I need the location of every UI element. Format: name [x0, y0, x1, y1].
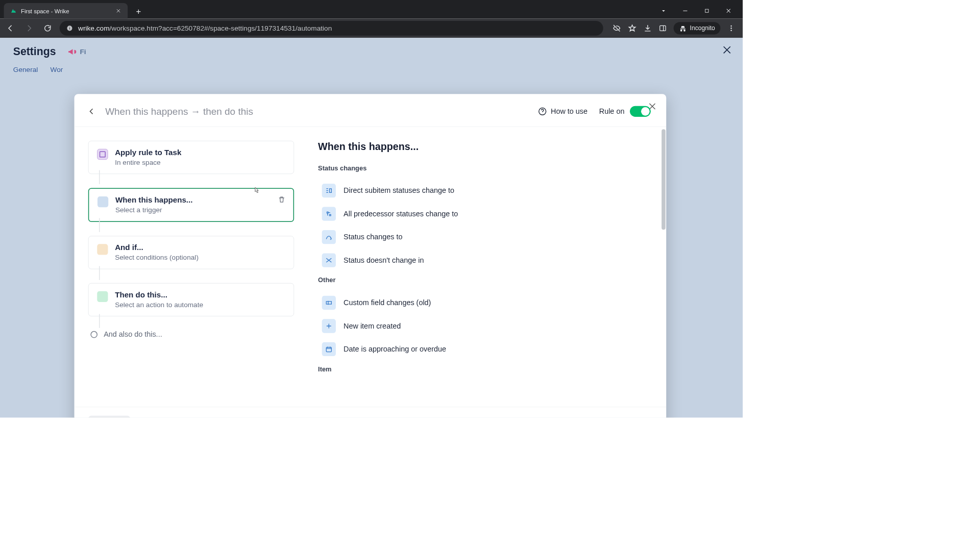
svg-rect-1 [660, 26, 666, 31]
incognito-chip[interactable]: Incognito [674, 22, 721, 34]
group-other: Other [318, 277, 651, 284]
cross-arrows-icon [322, 253, 336, 267]
when-badge-icon [97, 196, 108, 207]
trigger-label: All predecessor statuses change to [344, 210, 458, 218]
page-close-icon[interactable] [722, 45, 732, 55]
window-close-icon[interactable] [723, 3, 734, 18]
andif-badge-icon [97, 244, 108, 255]
tab-workflow[interactable]: Wor [51, 66, 63, 74]
step-when[interactable]: When this happens... Select a trigger [88, 188, 294, 222]
eye-off-icon[interactable] [612, 24, 621, 33]
trigger-label: Status changes to [344, 233, 402, 241]
incognito-icon [679, 24, 687, 32]
trigger-status-not-change[interactable]: Status doesn't change in [318, 248, 651, 271]
rule-on-label: Rule on [599, 107, 625, 116]
connector-line [99, 266, 100, 280]
modal-header: When this happens → then do this How to … [75, 94, 667, 127]
trigger-custom-field[interactable]: Custom field changes (old) [318, 291, 651, 314]
text-field-icon [322, 296, 336, 310]
trigger-direct-subitem[interactable]: Direct subitem statuses change to [318, 179, 651, 202]
trigger-status-changes-to[interactable]: Status changes to [318, 226, 651, 248]
svg-point-4 [730, 30, 732, 31]
modal-title[interactable]: When this happens → then do this [105, 106, 253, 117]
kebab-menu-icon[interactable] [727, 24, 735, 32]
svg-rect-6 [326, 347, 331, 352]
step-andif-title: And if... [115, 243, 285, 252]
trigger-picker-column: When this happens... Status changes Dire… [303, 127, 667, 407]
circle-plus-icon [90, 331, 97, 338]
step-when-title: When this happens... [115, 196, 285, 205]
window-controls [649, 3, 743, 18]
calendar-icon [322, 342, 336, 356]
step-then-title: Then do this... [115, 290, 285, 299]
bookmark-star-icon[interactable] [628, 24, 636, 33]
list-tree-icon [322, 184, 336, 197]
connector-line [99, 170, 100, 184]
help-circle-icon [538, 107, 547, 116]
cancel-button[interactable]: Cancel [137, 416, 180, 418]
url-input[interactable]: wrike.com/workspace.htm?acc=6250782#/spa… [60, 21, 603, 36]
megaphone-icon [67, 47, 77, 56]
svg-point-2 [730, 26, 732, 27]
page-background: Settings Fi General Wor When this happen… [0, 38, 743, 417]
tab-general[interactable]: General [13, 66, 38, 74]
trigger-predecessor[interactable]: All predecessor statuses change to [318, 202, 651, 225]
scrollbar-thumb[interactable] [662, 129, 666, 230]
trigger-label: New item created [344, 322, 401, 331]
then-badge-icon [97, 291, 108, 302]
step-andif-sub: Select conditions (optional) [115, 254, 285, 262]
connector-line [99, 314, 100, 328]
delete-step-icon[interactable] [278, 196, 286, 205]
task-badge-icon [97, 149, 108, 160]
browser-tab[interactable]: First space - Wrike [4, 3, 128, 18]
modal-back-icon[interactable] [85, 105, 99, 118]
group-status-changes: Status changes [318, 164, 651, 172]
rule-steps-column: Apply rule to Task In entire space When … [75, 127, 303, 407]
url-text: wrike.com/workspace.htm?acc=6250782#/spa… [78, 24, 332, 32]
modal-footer: Create Cancel [75, 407, 667, 417]
browser-tab-strip: First space - Wrike + [0, 0, 743, 18]
trigger-new-item[interactable]: New item created [318, 314, 651, 337]
incognito-label: Incognito [690, 25, 715, 32]
how-to-use-label: How to use [551, 107, 587, 116]
how-to-use-link[interactable]: How to use [538, 107, 587, 116]
arrow-path-icon [322, 230, 336, 244]
forward-icon [22, 21, 36, 35]
reload-icon[interactable] [41, 21, 54, 35]
step-apply-title: Apply rule to Task [115, 148, 285, 157]
step-then-sub: Select an action to automate [115, 301, 285, 309]
link-chain-icon [322, 207, 336, 221]
plus-icon [322, 319, 336, 333]
step-apply-rule[interactable]: Apply rule to Task In entire space [88, 141, 294, 174]
add-action-link[interactable]: And also do this... [88, 330, 294, 339]
maximize-icon[interactable] [701, 3, 713, 18]
tab-search-icon[interactable] [658, 3, 670, 18]
back-icon[interactable] [4, 21, 17, 35]
side-panel-icon[interactable] [659, 24, 667, 32]
trigger-label: Direct subitem statuses change to [344, 186, 454, 195]
settings-title: Settings [13, 45, 56, 58]
rule-toggle[interactable] [630, 106, 651, 117]
step-when-sub: Select a trigger [115, 206, 285, 214]
address-bar: wrike.com/workspace.htm?acc=6250782#/spa… [0, 18, 743, 38]
trigger-label: Custom field changes (old) [344, 298, 431, 307]
downloads-icon[interactable] [644, 24, 652, 33]
breadcrumb-space: Fi [80, 48, 86, 56]
site-info-icon[interactable] [66, 25, 72, 31]
rule-on-control: Rule on [599, 106, 651, 117]
connector-line [99, 218, 100, 232]
create-button[interactable]: Create [88, 416, 131, 418]
trigger-picker-title: When this happens... [318, 141, 651, 153]
step-then[interactable]: Then do this... Select an action to auto… [88, 283, 294, 316]
tab-close-icon[interactable] [115, 8, 121, 14]
wrike-favicon [10, 7, 17, 14]
trigger-date-approaching[interactable]: Date is approaching or overdue [318, 338, 651, 361]
tab-title: First space - Wrike [21, 8, 111, 14]
step-and-if[interactable]: And if... Select conditions (optional) [88, 236, 294, 269]
new-tab-button[interactable]: + [132, 5, 145, 18]
svg-point-3 [730, 28, 732, 29]
group-item: Item [318, 365, 651, 373]
automation-modal: When this happens → then do this How to … [75, 94, 667, 417]
minimize-icon[interactable] [679, 3, 691, 18]
and-also-label: And also do this... [104, 330, 162, 339]
